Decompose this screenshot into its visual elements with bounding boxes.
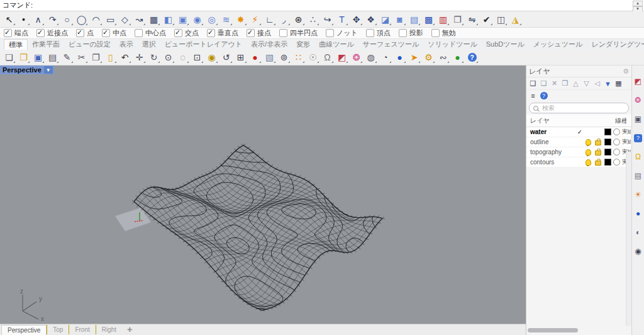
checkbox[interactable] bbox=[135, 29, 143, 37]
control-point-curve-icon[interactable]: ∧ bbox=[31, 13, 45, 26]
polygon-icon[interactable]: ◇ bbox=[118, 13, 132, 26]
layer-color-swatch[interactable] bbox=[604, 159, 611, 166]
scale-icon[interactable]: ▥ bbox=[436, 13, 450, 26]
box-icon[interactable]: ▣ bbox=[175, 13, 190, 26]
osnap-point[interactable]: 点 bbox=[76, 28, 94, 38]
undo-view-icon[interactable]: ↺ bbox=[219, 50, 233, 64]
tab-display[interactable]: 表示 bbox=[115, 39, 138, 50]
loft-icon[interactable]: ▤ bbox=[407, 13, 421, 26]
lightbulb-icon[interactable]: ☉ bbox=[306, 50, 320, 64]
move-up-icon[interactable]: △ bbox=[570, 78, 581, 89]
layer-linetype[interactable]: 実線 bbox=[622, 128, 631, 136]
viewport-title[interactable]: Perspective ▼ bbox=[0, 65, 54, 74]
blend-curve-icon[interactable]: ↪ bbox=[320, 13, 335, 26]
wireframe-sphere-icon[interactable]: ◍ bbox=[364, 50, 378, 64]
checkbox[interactable] bbox=[36, 29, 45, 37]
tab-visibility[interactable]: 表示/非表示 bbox=[247, 39, 292, 50]
circle-icon[interactable]: ○ bbox=[60, 13, 74, 26]
new-file-icon[interactable]: ❏ bbox=[2, 50, 16, 64]
help-panel-icon[interactable]: ? bbox=[633, 128, 644, 147]
rendered-sphere-icon[interactable]: ● bbox=[392, 50, 407, 64]
material-sphere-icon[interactable]: ◐ bbox=[633, 223, 644, 242]
layer-lock-icon[interactable] bbox=[595, 161, 601, 166]
layer-visibility-bulb-icon[interactable] bbox=[586, 149, 591, 156]
copy-sheets-icon[interactable]: ❐ bbox=[450, 13, 465, 26]
osnap-quadrant[interactable]: 四半円点 bbox=[279, 28, 318, 38]
tab-subd-tools[interactable]: SubDツール bbox=[482, 39, 529, 50]
open-folder-icon[interactable]: ❒ bbox=[16, 50, 31, 64]
pyramid-icon[interactable]: ◮ bbox=[508, 13, 523, 26]
checkbox[interactable] bbox=[279, 29, 287, 37]
render-icon[interactable]: ● bbox=[450, 50, 465, 64]
fillet-icon[interactable]: ◞ bbox=[277, 13, 291, 26]
interpolated-curve-icon[interactable]: ↷ bbox=[45, 13, 60, 26]
print-icon[interactable]: ▤ bbox=[45, 50, 60, 64]
move-down-icon[interactable]: ▽ bbox=[581, 78, 592, 89]
layer-visibility-bulb-icon[interactable] bbox=[586, 139, 591, 145]
checkbox[interactable] bbox=[326, 29, 334, 37]
rotate-view-icon[interactable]: ↻ bbox=[147, 50, 161, 64]
sheet-panel-icon[interactable]: ▤ bbox=[633, 166, 644, 185]
layer-row-outline[interactable]: outline ✓ 実線 bbox=[526, 137, 631, 147]
command-bar[interactable]: コマンド: ▲ ▼ bbox=[0, 0, 644, 11]
notify-pointer-icon[interactable]: ➤ bbox=[407, 50, 421, 64]
ellipse-icon[interactable]: ◯ bbox=[74, 13, 89, 26]
save-icon[interactable]: ▣ bbox=[31, 50, 45, 64]
monitor-panel-icon[interactable]: ▣ bbox=[633, 110, 644, 128]
zoom-dynamic-icon[interactable]: ⊙ bbox=[161, 50, 175, 64]
checkbox[interactable] bbox=[247, 29, 255, 37]
osnap-mid[interactable]: 中点 bbox=[102, 28, 126, 38]
tab-cplane[interactable]: 作業平面 bbox=[28, 39, 64, 50]
spin-up-icon[interactable]: ▲ bbox=[633, 1, 643, 6]
layer-color-swatch[interactable] bbox=[604, 149, 611, 156]
surface-plane-icon[interactable]: ◧ bbox=[161, 13, 175, 26]
layer-name[interactable]: outline bbox=[526, 139, 575, 145]
layer-material-icon[interactable] bbox=[613, 149, 620, 156]
delete-layer-icon[interactable]: ✕ bbox=[549, 78, 560, 89]
new-sublayer-icon[interactable]: ❏ bbox=[538, 78, 549, 89]
record-history-icon[interactable]: ∾ bbox=[436, 50, 450, 64]
cut-icon[interactable]: ✂ bbox=[74, 50, 89, 64]
move-icon[interactable]: ✥ bbox=[349, 13, 364, 26]
angle-line-icon[interactable]: ∟ bbox=[262, 13, 277, 26]
undo-icon[interactable]: ↶ bbox=[118, 50, 132, 64]
tab-standard[interactable]: 標準 bbox=[4, 39, 28, 50]
four-viewports-icon[interactable]: ⊞ bbox=[233, 50, 248, 64]
duplicate-layer-icon[interactable]: ❒ bbox=[560, 78, 570, 89]
layer-row-topography[interactable]: topography ✓ 実線 bbox=[526, 147, 631, 157]
orient-plane-icon[interactable]: ◪ bbox=[378, 13, 392, 26]
extract-isocurve-icon[interactable]: ⚡ bbox=[248, 13, 262, 26]
layer-color-swatch[interactable] bbox=[604, 139, 611, 145]
panel-gear-icon[interactable]: ⚙ bbox=[623, 67, 629, 76]
layer-material-icon[interactable] bbox=[613, 139, 620, 145]
pointer-icon[interactable]: ↖ bbox=[2, 13, 16, 26]
arc-icon[interactable]: ◠ bbox=[89, 13, 103, 26]
layer-name[interactable]: contours bbox=[526, 159, 575, 166]
tab-render-tools[interactable]: レンダリングツール bbox=[587, 39, 644, 50]
current-layer-check-icon[interactable]: ✓ bbox=[575, 128, 584, 135]
surface-network-icon[interactable]: ▦ bbox=[147, 13, 161, 26]
torus-icon[interactable]: ◎ bbox=[204, 13, 219, 26]
mirror-icon[interactable]: ⇋ bbox=[465, 13, 479, 26]
zoom-extents-icon[interactable]: ⊡ bbox=[190, 50, 204, 64]
tab-curve-tools[interactable]: 曲線ツール bbox=[314, 39, 358, 50]
checkbox[interactable] bbox=[366, 29, 374, 37]
cplane-icon[interactable]: ⊚ bbox=[277, 50, 291, 64]
layer-name[interactable]: topography bbox=[526, 149, 575, 156]
osnap-dots-icon[interactable]: ∷ bbox=[291, 50, 306, 64]
osnap-tangent[interactable]: 接点 bbox=[247, 28, 271, 38]
single-point-icon[interactable]: • bbox=[16, 13, 31, 26]
vtab-perspective[interactable]: Perspective bbox=[1, 325, 47, 335]
osnap-disable[interactable]: 無効 bbox=[431, 28, 456, 38]
vtab-front[interactable]: Front bbox=[69, 325, 95, 334]
camera-panel-icon[interactable]: ◉ bbox=[633, 242, 644, 261]
add-viewport-icon[interactable]: ✚ bbox=[127, 326, 132, 333]
scrollbar-thumb[interactable] bbox=[528, 328, 578, 332]
notifications-bell-icon[interactable]: Ω bbox=[633, 147, 644, 166]
checkbox[interactable] bbox=[399, 29, 407, 37]
layer-row-water[interactable]: water ✓ 実線 bbox=[526, 127, 631, 137]
lock-icon[interactable]: Ω bbox=[320, 50, 335, 64]
checkbox[interactable] bbox=[102, 29, 110, 37]
rebuild-surface-icon[interactable]: ≋ bbox=[219, 13, 233, 26]
layer-linetype[interactable]: 実線 bbox=[622, 138, 631, 146]
